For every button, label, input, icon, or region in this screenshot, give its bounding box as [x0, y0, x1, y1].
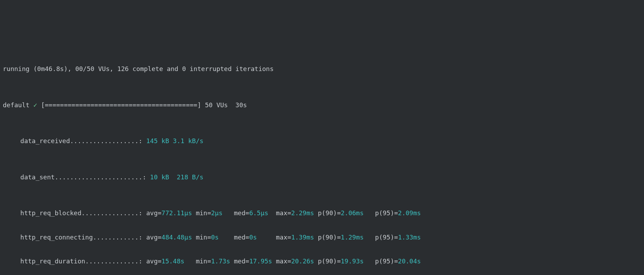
med-label: med= [234, 209, 249, 217]
metric-http-req-blocked: http_req_blocked...............: avg=772… [3, 207, 641, 219]
scenario-name: default [3, 101, 30, 109]
p90-label: p(90)= [318, 209, 341, 217]
metric-name: http_req_duration [20, 257, 85, 265]
check-icon: ✓ [33, 101, 37, 109]
p95-label: p(95)= [375, 209, 398, 217]
progress-vus: 50 VUs [205, 101, 228, 109]
progress-bar: [=======================================… [41, 101, 201, 109]
status-complete: 126 complete [117, 65, 163, 72]
metric-rate: 218 B/s [177, 173, 203, 181]
metric-name: data_received [20, 137, 70, 145]
med-label: med= [234, 257, 249, 265]
metric-dots: .......................: [55, 173, 146, 181]
avg-label: avg= [146, 257, 161, 265]
med-value: 0s [249, 234, 257, 241]
metric-dots: ..................: [70, 137, 143, 145]
metric-dots: ...............: [81, 209, 142, 217]
status-interrupted: 0 interrupted iterations [182, 65, 273, 72]
p90-label: p(90)= [318, 234, 341, 241]
metric-dots: ..............: [85, 257, 143, 265]
p95-label: p(95)= [375, 234, 398, 241]
min-value: 0s [211, 234, 219, 241]
p90-value: 2.06ms [341, 209, 364, 217]
status-elapsed: (0m46.8s) [33, 65, 68, 72]
metric-name: http_req_connecting [20, 234, 93, 241]
metric-value: 145 kB [146, 137, 169, 145]
avg-value: 15.48s [162, 257, 184, 265]
max-label: max= [276, 257, 291, 265]
metric-rate: 3.1 kB/s [173, 137, 203, 145]
min-label: min= [196, 234, 211, 241]
max-label: max= [276, 209, 291, 217]
metric-http-req-connecting: http_req_connecting............: avg=484… [3, 231, 641, 243]
p95-value: 20.04s [398, 257, 421, 265]
med-value: 17.95s [249, 257, 272, 265]
metric-data-received: data_received..................: 145 kB … [3, 135, 641, 147]
avg-label: avg= [146, 234, 161, 241]
max-value: 20.26s [291, 257, 314, 265]
metric-name: data_sent [20, 173, 55, 181]
avg-value: 772.11µs [162, 209, 192, 217]
p95-value: 2.09ms [398, 209, 421, 217]
max-label: max= [276, 234, 291, 241]
p95-value: 1.33ms [398, 234, 421, 241]
max-value: 1.39ms [291, 234, 314, 241]
status-state: running [3, 65, 30, 72]
med-value: 6.5µs [249, 209, 268, 217]
p90-label: p(90)= [318, 257, 341, 265]
metric-http-req-duration: http_req_duration..............: avg=15.… [3, 255, 641, 267]
metric-name: http_req_blocked [20, 209, 81, 217]
progress-duration: 30s [235, 101, 247, 109]
status-line: running (0m46.8s), 00/50 VUs, 126 comple… [3, 63, 641, 75]
min-label: min= [196, 209, 211, 217]
p95-label: p(95)= [375, 257, 398, 265]
metric-dots: ............: [93, 234, 143, 241]
p90-value: 19.93s [341, 257, 364, 265]
max-value: 2.29ms [291, 209, 314, 217]
avg-value: 484.48µs [162, 234, 192, 241]
avg-label: avg= [146, 209, 161, 217]
min-value: 1.73s [211, 257, 230, 265]
progress-line: default ✓ [=============================… [3, 99, 641, 111]
status-vus-active: 00/50 VUs [75, 65, 110, 72]
metric-data-sent: data_sent.......................: 10 kB … [3, 171, 641, 183]
metric-value: 10 kB [150, 173, 169, 181]
p90-value: 1.29ms [341, 234, 364, 241]
min-label: min= [196, 257, 211, 265]
min-value: 2µs [211, 209, 223, 217]
med-label: med= [234, 234, 249, 241]
